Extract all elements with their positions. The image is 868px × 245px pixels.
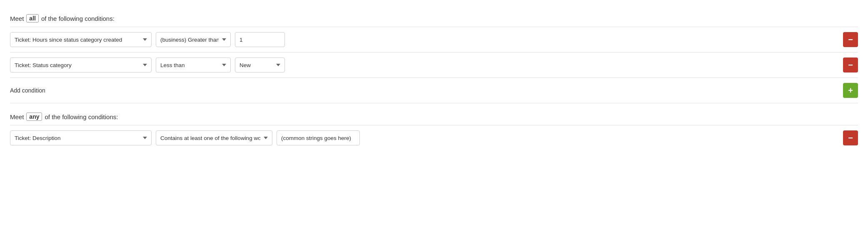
meet-label-1: Meet xyxy=(10,15,24,22)
remove-button-2[interactable]: − xyxy=(843,58,858,72)
keyword-any: any xyxy=(26,112,42,121)
condition-row-2: Ticket: Hours since status category crea… xyxy=(10,52,858,78)
field-select-3[interactable]: Ticket: Description Ticket: Subject Tick… xyxy=(10,130,152,145)
remove-button-3[interactable]: − xyxy=(843,130,858,145)
condition-row-3: Ticket: Description Ticket: Subject Tick… xyxy=(10,125,858,150)
field-select-2[interactable]: Ticket: Hours since status category crea… xyxy=(10,58,152,72)
divider-4 xyxy=(10,103,858,103)
value-input-1[interactable] xyxy=(235,32,285,47)
remove-button-1[interactable]: − xyxy=(843,32,858,47)
operator-select-3[interactable]: Contains at least one of the following w… xyxy=(156,130,272,145)
keyword-all: all xyxy=(26,14,39,22)
section-any-header: Meet any of the following conditions: xyxy=(10,107,858,125)
section-all-header: Meet all of the following conditions: xyxy=(10,8,858,27)
value-input-3[interactable] xyxy=(277,130,360,145)
add-button[interactable]: + xyxy=(843,83,858,98)
minus-icon-2: − xyxy=(848,61,853,69)
meet-label-2: Meet xyxy=(10,113,24,120)
field-select-1[interactable]: Ticket: Hours since status category crea… xyxy=(10,32,152,47)
rest-label-1: of the following conditions: xyxy=(41,15,115,22)
operator-select-1[interactable]: (business) Greater than (business) Less … xyxy=(156,32,231,47)
add-condition-label[interactable]: Add condition xyxy=(10,87,45,94)
rest-label-2: of the following conditions: xyxy=(45,113,118,120)
add-condition-row: Add condition + xyxy=(10,78,858,103)
plus-icon: + xyxy=(848,86,853,95)
minus-icon-1: − xyxy=(848,35,853,44)
condition-row-1: Ticket: Hours since status category crea… xyxy=(10,27,858,52)
minus-icon-3: − xyxy=(848,134,853,142)
value-select-2[interactable]: New Open Pending On-hold Solved xyxy=(235,58,285,72)
operator-select-2[interactable]: Less than Greater than Is Is not xyxy=(156,58,231,72)
